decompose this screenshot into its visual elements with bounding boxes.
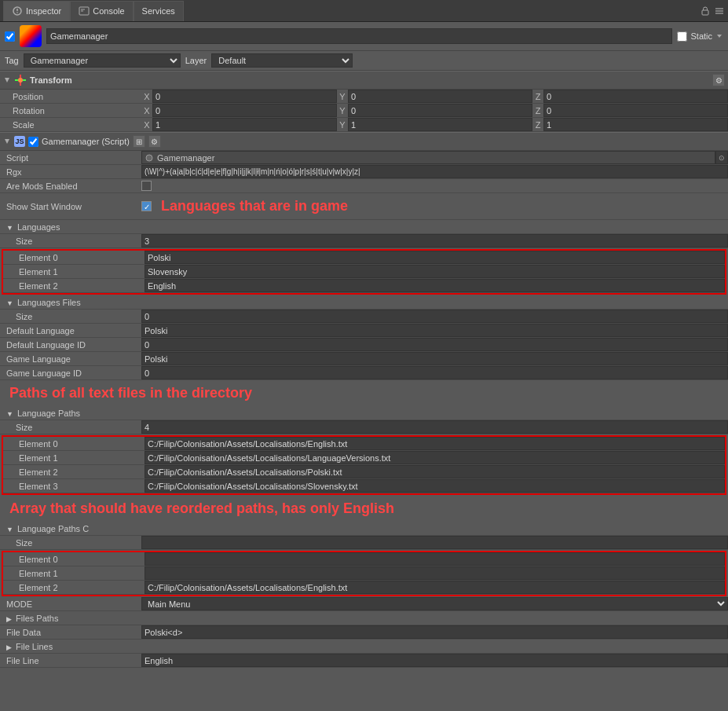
path-e2-input[interactable]	[145, 465, 725, 478]
script-settings-icon[interactable]: ⚙	[148, 135, 161, 148]
file-data-input[interactable]	[141, 625, 728, 639]
svg-marker-17	[5, 139, 9, 144]
position-xyz: X Y Z	[141, 90, 728, 103]
lang-files-label: ▼ Languages Files	[0, 296, 141, 309]
rotation-y-label: Y	[337, 106, 348, 115]
position-z-input[interactable]	[543, 90, 728, 103]
file-line-row: File Line	[0, 654, 728, 668]
tab-services[interactable]: Services	[134, 1, 184, 21]
position-y-item: Y	[337, 90, 532, 103]
scale-y-item: Y	[337, 118, 532, 131]
game-lang-id-label: Game Language ID	[0, 367, 141, 379]
path-c-e2-input[interactable]	[145, 581, 725, 594]
lang-paths-header-row[interactable]: ▼ Language Paths	[0, 406, 728, 420]
path-c-e1-label: Element 1	[3, 567, 145, 580]
svg-rect-3	[79, 7, 89, 15]
script-preview-icon[interactable]: ⊞	[133, 135, 145, 148]
game-lang-input[interactable]	[141, 352, 728, 365]
game-lang-id-input[interactable]	[141, 366, 728, 379]
scale-x-label: X	[141, 120, 152, 130]
transform-settings-icon[interactable]: ⚙	[712, 74, 725, 86]
tab-console[interactable]: Console	[70, 1, 133, 21]
file-lines-label-text: File Lines	[16, 642, 53, 651]
tag-select[interactable]: Gamemanager	[24, 53, 181, 68]
are-mods-label: Are Mods Enabled	[0, 180, 141, 192]
file-line-input[interactable]	[141, 654, 728, 667]
annotation-array: Array that should have reordered paths, …	[0, 496, 404, 522]
rotation-y-input[interactable]	[348, 104, 532, 117]
files-paths-header-row[interactable]: ▶ Files Paths	[0, 611, 728, 625]
layer-select[interactable]: Default	[211, 53, 353, 68]
lang-paths-highlight-box: Element 0 Element 1 Element 2 Element 3	[2, 435, 726, 495]
script-ref-circle[interactable]: ⊙	[715, 151, 728, 164]
path-c-e1-input[interactable]	[145, 566, 725, 580]
file-line-label: File Line	[0, 654, 141, 667]
default-lang-id-input[interactable]	[141, 338, 728, 351]
position-y-input[interactable]	[348, 90, 532, 103]
default-lang-input[interactable]	[141, 324, 728, 337]
lang-element2-input[interactable]	[145, 279, 725, 292]
path-c-e0-label: Element 0	[3, 553, 145, 566]
lang-files-size-input[interactable]	[141, 310, 728, 323]
object-name-input[interactable]	[46, 28, 672, 44]
position-z-label: Z	[532, 92, 543, 101]
static-dropdown-icon[interactable]	[715, 32, 723, 40]
script-ref-icon	[145, 153, 154, 163]
lang-files-header-row[interactable]: ▼ Languages Files	[0, 295, 728, 310]
are-mods-checkbox[interactable]	[141, 181, 152, 191]
transform-header[interactable]: Transform ⚙	[0, 71, 728, 90]
lang-paths-c-size-row: Size	[0, 536, 728, 550]
lang-element1-input[interactable]	[145, 265, 725, 278]
game-lang-id-row: Game Language ID	[0, 366, 728, 380]
path-e1-input[interactable]	[145, 451, 725, 464]
game-lang-row: Game Language	[0, 352, 728, 366]
script-ref-field[interactable]: Gamemanager	[141, 151, 715, 164]
path-e2-label: Element 2	[3, 466, 145, 478]
menu-icon[interactable]	[714, 5, 725, 16]
transform-title: Transform	[30, 75, 709, 85]
mode-select[interactable]: Main Menu	[141, 597, 728, 610]
scale-y-input[interactable]	[348, 118, 532, 131]
path-e0-input[interactable]	[145, 437, 725, 450]
static-checkbox[interactable]	[677, 31, 687, 42]
path-e0-row: Element 0	[3, 437, 725, 451]
lang-paths-c-foldout-arrow: ▼	[6, 526, 13, 533]
path-c-e0-input[interactable]	[145, 552, 725, 566]
languages-foldout-arrow: ▼	[6, 224, 13, 232]
rgx-value[interactable]: (\W|^)+(a|a|b|c|ć|d|e|e|f|g|h|i|j|k|l|ł|…	[141, 165, 728, 178]
position-x-input[interactable]	[152, 90, 337, 103]
svg-point-18	[146, 155, 152, 161]
file-lines-label: ▶ File Lines	[0, 640, 141, 653]
languages-size-input[interactable]	[141, 234, 728, 247]
languages-highlight-box: Element 0 Element 1 Element 2	[2, 249, 726, 295]
script-section-header[interactable]: JS Gamemanager (Script) ⊞ ⚙	[0, 132, 728, 151]
script-enabled-checkbox[interactable]	[28, 137, 38, 147]
path-e3-input[interactable]	[145, 479, 725, 493]
lock-area	[700, 5, 725, 16]
show-start-checkbox[interactable]	[141, 201, 152, 211]
scale-z-item: Z	[532, 118, 728, 131]
position-y-label: Y	[337, 92, 348, 101]
rotation-x-input[interactable]	[152, 104, 337, 117]
tab-inspector[interactable]: Inspector	[3, 1, 70, 21]
tab-inspector-label: Inspector	[26, 6, 61, 16]
lang-paths-size-input[interactable]	[141, 420, 728, 434]
languages-size-label: Size	[0, 235, 141, 247]
mode-label: MODE	[0, 598, 141, 610]
default-lang-id-label: Default Language ID	[0, 339, 141, 351]
files-paths-foldout-arrow: ▶	[6, 615, 12, 623]
lock-icon[interactable]	[700, 5, 711, 16]
file-lines-header-row[interactable]: ▶ File Lines	[0, 640, 728, 654]
script-foldout-icon	[3, 137, 11, 145]
lang-paths-c-size-input[interactable]	[141, 536, 728, 549]
active-checkbox[interactable]	[5, 31, 15, 42]
scale-x-input[interactable]	[152, 118, 337, 131]
lang-element0-input[interactable]	[145, 251, 725, 264]
rotation-z-input[interactable]	[543, 104, 728, 117]
position-z-item: Z	[532, 90, 728, 103]
lang-paths-c-header-row[interactable]: ▼ Language Paths C	[0, 522, 728, 536]
scale-z-input[interactable]	[543, 118, 728, 131]
languages-header-row[interactable]: ▼ Languages	[0, 220, 728, 234]
annotation-array-container: Array that should have reordered paths, …	[0, 496, 728, 522]
lang-files-label-text: Languages Files	[17, 298, 81, 307]
